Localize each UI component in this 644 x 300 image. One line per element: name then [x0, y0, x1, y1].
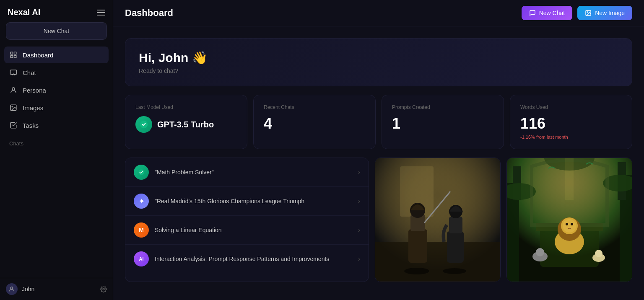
persona-label: Persona: [23, 87, 46, 94]
sidebar-item-persona[interactable]: Persona: [4, 82, 109, 98]
svg-rect-1: [14, 52, 16, 54]
stats-row: Last Model Used GPT-3.5 Turbo Recent Cha…: [125, 95, 632, 149]
stat-label-model: Last Model Used: [135, 104, 237, 110]
sidebar-header: Nexal AI: [0, 0, 113, 22]
stat-card-words: Words Used 116 -1.16% from last month: [510, 95, 632, 149]
stat-value-words: 116: [520, 116, 622, 131]
chat-list-card: "Math Problem Solver" › ✦ "Real Madrid's…: [125, 158, 369, 282]
bottom-row: "Math Problem Solver" › ✦ "Real Madrid's…: [125, 158, 632, 282]
chats-label: Chat: [23, 69, 36, 76]
gpt-icon: [135, 116, 152, 133]
tasks-icon: [9, 121, 18, 129]
sidebar-item-dashboard[interactable]: Dashboard: [4, 47, 109, 63]
stat-label-prompts: Prompts Created: [392, 104, 493, 110]
chat-title-1: "Math Problem Solver": [155, 169, 352, 176]
hamburger-button[interactable]: [97, 10, 105, 16]
sidebar-item-tasks[interactable]: Tasks: [4, 117, 109, 134]
sidebar-item-images[interactable]: Images: [4, 99, 109, 116]
svg-rect-0: [10, 52, 13, 54]
chat-icon: [9, 68, 18, 77]
image-card-1[interactable]: [375, 158, 501, 282]
svg-point-45: [536, 248, 544, 256]
chat-list-item[interactable]: "Math Problem Solver" ›: [125, 158, 369, 187]
chats-section-label: Chats: [0, 134, 113, 149]
main-content: Dashboard New Chat New Image: [113, 0, 644, 300]
greeting-title: Hi, John 👋: [139, 50, 618, 65]
chevron-right-icon-2: ›: [358, 197, 360, 205]
image-card-2[interactable]: [506, 158, 632, 282]
image-icon: [585, 10, 592, 16]
svg-rect-3: [10, 56, 13, 58]
persona-icon: [9, 86, 18, 94]
chat-title-2: "Real Madrid's 15th Glorious Champions L…: [155, 198, 352, 204]
images-label: Images: [23, 104, 43, 111]
stat-value-chats: 4: [264, 116, 365, 131]
svg-point-47: [595, 250, 602, 257]
svg-rect-2: [14, 56, 16, 58]
app-logo: Nexal AI: [8, 8, 40, 17]
chat-title-4: Interaction Analysis: Prompt Response Pa…: [155, 256, 352, 262]
svg-point-5: [12, 88, 15, 90]
svg-point-8: [10, 287, 13, 289]
chat-list-item[interactable]: ✦ "Real Madrid's 15th Glorious Champions…: [125, 187, 369, 216]
stat-model-display: GPT-3.5 Turbo: [135, 116, 237, 133]
user-avatar: [6, 283, 18, 295]
tasks-label: Tasks: [23, 122, 39, 129]
dashboard-label: Dashboard: [23, 52, 53, 59]
new-chat-label: New Chat: [539, 10, 565, 16]
stat-label-chats: Recent Chats: [264, 104, 365, 110]
sidebar-footer: John: [0, 278, 113, 300]
topbar: Dashboard New Chat New Image: [113, 0, 644, 26]
chevron-right-icon-4: ›: [358, 255, 360, 263]
chat-avatar-3: M: [134, 222, 149, 238]
sidebar-new-chat-button[interactable]: New Chat: [6, 22, 107, 40]
dashboard-content: Hi, John 👋 Ready to chat? Last Model Use…: [113, 26, 644, 300]
nav-menu: Dashboard Chat Persona: [0, 47, 113, 134]
page-title: Dashboard: [125, 8, 173, 18]
model-name: GPT-3.5 Turbo: [157, 120, 214, 129]
new-image-button[interactable]: New Image: [577, 6, 632, 20]
svg-point-11: [587, 12, 588, 13]
svg-rect-19: [408, 229, 427, 263]
username: John: [22, 286, 34, 292]
chat-avatar-1: [134, 165, 149, 180]
svg-point-23: [443, 268, 466, 274]
chat-list-item[interactable]: AI Interaction Analysis: Prompt Response…: [125, 245, 369, 273]
chat-avatar-2: ✦: [134, 194, 149, 209]
svg-rect-24: [447, 231, 464, 263]
svg-point-41: [563, 219, 576, 233]
svg-rect-17: [375, 242, 500, 282]
svg-rect-25: [449, 217, 462, 233]
new-image-label: New Image: [595, 10, 625, 16]
svg-point-18: [404, 268, 429, 274]
stat-card-chats: Recent Chats 4: [253, 95, 376, 149]
stat-card-prompts: Prompts Created 1: [382, 95, 504, 149]
chevron-right-icon-1: ›: [358, 168, 360, 176]
svg-point-9: [103, 288, 104, 290]
chat-avatar-4: AI: [134, 251, 149, 266]
greeting-subtitle: Ready to chat?: [139, 67, 618, 74]
stat-value-prompts: 1: [392, 116, 493, 131]
stat-label-words: Words Used: [520, 104, 622, 110]
topbar-actions: New Chat New Image: [522, 6, 632, 20]
images-icon: [9, 103, 18, 112]
svg-point-43: [571, 223, 573, 225]
settings-icon[interactable]: [100, 286, 107, 292]
new-chat-button[interactable]: New Chat: [522, 6, 572, 20]
svg-point-42: [566, 223, 568, 225]
stat-change-words: -1.16% from last month: [520, 134, 622, 140]
user-profile[interactable]: John: [6, 283, 34, 295]
dashboard-icon: [9, 51, 18, 59]
sidebar-item-chats[interactable]: Chat: [4, 64, 109, 81]
chat-title-3: Solving a Linear Equation: [155, 227, 352, 233]
chat-bubble-icon: [529, 10, 536, 16]
chevron-right-icon-3: ›: [358, 226, 360, 234]
sidebar: Nexal AI New Chat Dashboard Chat: [0, 0, 113, 300]
chat-list-item[interactable]: M Solving a Linear Equation ›: [125, 216, 369, 245]
svg-point-7: [12, 106, 13, 107]
stat-card-model: Last Model Used GPT-3.5 Turbo: [125, 95, 247, 149]
greeting-section: Hi, John 👋 Ready to chat?: [125, 38, 632, 86]
